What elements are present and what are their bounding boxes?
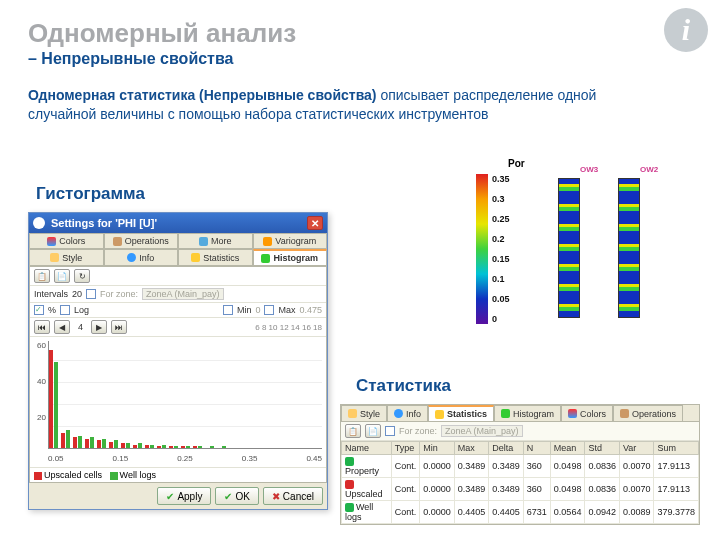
operations-icon xyxy=(620,409,629,418)
toolbar-row: 📋 📄 ↻ xyxy=(30,267,326,286)
action-icon[interactable]: 📄 xyxy=(54,269,70,283)
tab-info[interactable]: Info xyxy=(104,249,179,265)
export-icon[interactable]: 📄 xyxy=(365,424,381,438)
tab-statistics[interactable]: Statistics xyxy=(178,249,253,265)
well-label-1: OW3 xyxy=(578,164,600,175)
dialog-titlebar[interactable]: Settings for 'PHI [U]' ✕ xyxy=(29,213,327,233)
statistics-panel: Style Info Statistics Histogram Colors O… xyxy=(340,404,700,525)
dialog-title: Settings for 'PHI [U]' xyxy=(51,217,157,229)
operations-icon xyxy=(113,237,122,246)
statistics-icon xyxy=(191,253,200,262)
stat-tab-histogram[interactable]: Histogram xyxy=(494,405,561,421)
well-label-2: OW2 xyxy=(638,164,660,175)
dialog-icon xyxy=(33,217,45,229)
colorbar-visualization: Por 0.350.30.250.20.150.10.050 OW3 OW2 xyxy=(416,158,676,338)
tab-row-bottom: Style Info Statistics Histogram xyxy=(29,249,327,266)
colorbar-title: Por xyxy=(508,158,525,169)
dialog-footer: ✔Apply ✔OK ✖Cancel xyxy=(29,483,327,509)
ok-button[interactable]: ✔OK xyxy=(215,487,258,505)
settings-dialog: Settings for 'PHI [U]' ✕ Colors Operatio… xyxy=(28,212,328,510)
histogram-icon xyxy=(501,409,510,418)
info-icon xyxy=(127,253,136,262)
brand-logo: i xyxy=(664,8,708,52)
refresh-icon[interactable]: ↻ xyxy=(74,269,90,283)
intervals-row: Intervals 20 For zone: ZoneA (Main_pay) xyxy=(30,286,326,303)
tab-histogram[interactable]: Histogram xyxy=(253,249,328,265)
stat-tab-operations[interactable]: Operations xyxy=(613,405,683,421)
colors-icon xyxy=(47,237,56,246)
statistics-table: NameTypeMinMaxDeltaNMeanStdVarSum Proper… xyxy=(341,441,699,524)
colors-icon xyxy=(568,409,577,418)
colorbar-ticks: 0.350.30.250.20.150.10.050 xyxy=(492,174,510,324)
prev-icon[interactable]: ◀ xyxy=(54,320,70,334)
histogram-icon xyxy=(261,254,270,263)
intervals-label: Intervals xyxy=(34,289,68,299)
forzone-checkbox[interactable] xyxy=(86,289,96,299)
stat-toolbar: 📋 📄 For zone: ZoneA (Main_pay) xyxy=(341,422,699,441)
min-checkbox[interactable] xyxy=(223,305,233,315)
intervals-field[interactable]: 20 xyxy=(72,289,82,299)
stat-forzone-checkbox[interactable] xyxy=(385,426,395,436)
forzone-value: ZoneA (Main_pay) xyxy=(142,288,224,300)
cancel-button[interactable]: ✖Cancel xyxy=(263,487,323,505)
stat-tab-statistics[interactable]: Statistics xyxy=(428,405,494,421)
table-row[interactable]: Well logsCont.0.00000.44050.440567310.05… xyxy=(342,501,699,524)
tab-style[interactable]: Style xyxy=(29,249,104,265)
well-column-2 xyxy=(618,178,640,318)
last-icon[interactable]: ⏭ xyxy=(111,320,127,334)
apply-button[interactable]: ✔Apply xyxy=(157,487,211,505)
description: Одномерная статистика (Непрерывные свойс… xyxy=(28,86,648,124)
style-icon xyxy=(50,253,59,262)
variogram-icon xyxy=(263,237,272,246)
info-icon xyxy=(394,409,403,418)
stat-forzone-value: ZoneA (Main_pay) xyxy=(441,425,523,437)
stat-tab-style[interactable]: Style xyxy=(341,405,387,421)
color-bar xyxy=(476,174,488,324)
chart-legend: Upscaled cells Well logs xyxy=(30,467,326,482)
copy-icon[interactable]: 📋 xyxy=(34,269,50,283)
close-icon[interactable]: ✕ xyxy=(307,216,323,230)
statistics-icon xyxy=(435,410,444,419)
table-row[interactable]: PropertyCont.0.00000.34890.34893600.0498… xyxy=(342,455,699,478)
options-row: % Log Min 0 Max 0.475 xyxy=(30,303,326,318)
tab-more[interactable]: More xyxy=(178,233,253,248)
statistics-label: Статистика xyxy=(356,376,451,396)
tab-variogram[interactable]: Variogram xyxy=(253,233,328,248)
more-icon xyxy=(199,237,208,246)
page-subtitle: – Непрерывные свойства xyxy=(28,50,233,68)
table-row[interactable]: UpscaledCont.0.00000.34890.34893600.0498… xyxy=(342,478,699,501)
pager-row: ⏮ ◀ 4 ▶ ⏭ 6 8 10 12 14 16 18 xyxy=(30,318,326,337)
tab-colors[interactable]: Colors xyxy=(29,233,104,248)
well-column-1 xyxy=(558,178,580,318)
next-icon[interactable]: ▶ xyxy=(91,320,107,334)
copy-icon[interactable]: 📋 xyxy=(345,424,361,438)
histogram-chart: 604020 0.050.150.250.350.45 xyxy=(30,337,326,467)
page-title: Одномерный анализ xyxy=(28,18,296,49)
stat-tab-row: Style Info Statistics Histogram Colors O… xyxy=(341,405,699,422)
max-field[interactable]: 0.475 xyxy=(299,305,322,315)
y-axis: 604020 xyxy=(32,341,46,449)
percent-checkbox[interactable] xyxy=(34,305,44,315)
histogram-label: Гистограмма xyxy=(36,184,145,204)
forzone-label: For zone: xyxy=(100,289,138,299)
min-field[interactable]: 0 xyxy=(255,305,260,315)
tab-operations[interactable]: Operations xyxy=(104,233,179,248)
histogram-panel: 📋 📄 ↻ Intervals 20 For zone: ZoneA (Main… xyxy=(29,266,327,483)
max-checkbox[interactable] xyxy=(264,305,274,315)
first-icon[interactable]: ⏮ xyxy=(34,320,50,334)
style-icon xyxy=(348,409,357,418)
stat-tab-info[interactable]: Info xyxy=(387,405,428,421)
x-axis: 0.050.150.250.350.45 xyxy=(48,454,322,463)
tab-row-top: Colors Operations More Variogram xyxy=(29,233,327,249)
stat-tab-colors[interactable]: Colors xyxy=(561,405,613,421)
log-checkbox[interactable] xyxy=(60,305,70,315)
